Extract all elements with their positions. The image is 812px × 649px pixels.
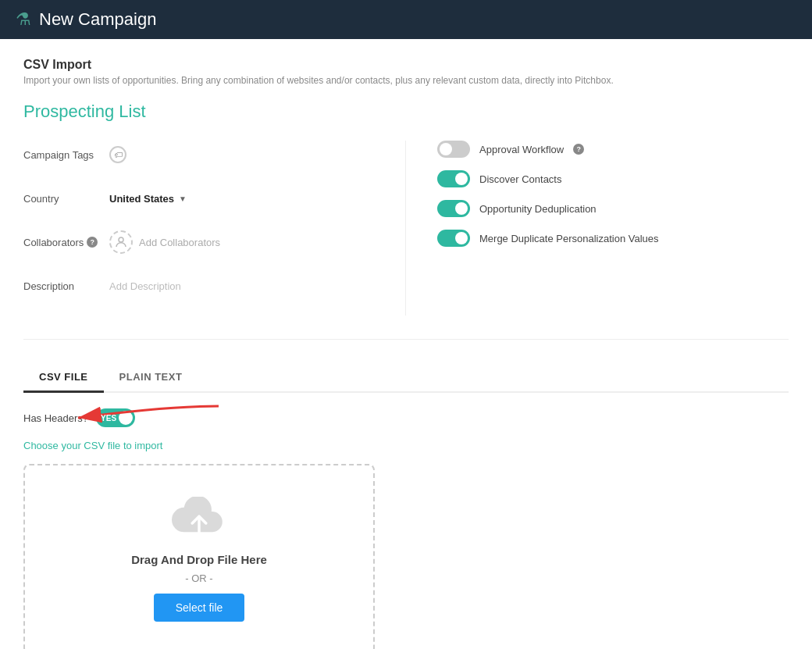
svg-point-0 xyxy=(119,237,123,242)
discover-contacts-slider xyxy=(437,170,470,187)
country-label: Country xyxy=(23,193,109,205)
cloud-upload-icon xyxy=(172,497,226,544)
merge-dup-toggle[interactable] xyxy=(437,230,470,247)
import-title: CSV Import xyxy=(23,58,789,72)
approval-workflow-info-icon[interactable]: ? xyxy=(573,144,584,155)
opportunity-dedup-toggle[interactable] xyxy=(437,200,470,217)
form-grid: Campaign Tags 🏷 Country United States ▼ … xyxy=(23,141,789,340)
drag-drop-text: Drag And Drop File Here xyxy=(41,553,358,566)
collaborator-avatar-icon xyxy=(109,230,133,254)
merge-dup-row: Merge Duplicate Personalization Values xyxy=(437,230,789,247)
discover-contacts-label: Discover Contacts xyxy=(479,173,561,185)
flask-icon: ⚗ xyxy=(16,9,31,30)
section-header: CSV Import Import your own lists of oppo… xyxy=(23,58,789,86)
tag-icon: 🏷 xyxy=(109,146,126,163)
collaborators-row: Collaborators ? Add Collaborators xyxy=(23,228,374,256)
tab-csv-file[interactable]: CSV FILE xyxy=(23,363,104,393)
form-right: Approval Workflow ? Discover Contacts Op… xyxy=(406,141,789,316)
add-collaborators-label: Add Collaborators xyxy=(139,237,220,248)
prospecting-list-title: Prospecting List xyxy=(23,102,789,122)
collaborators-info-icon[interactable]: ? xyxy=(87,237,98,248)
approval-workflow-label: Approval Workflow xyxy=(479,144,564,155)
tab-bar: CSV FILE PLAIN TEXT xyxy=(23,363,789,393)
campaign-tags-row: Campaign Tags 🏷 xyxy=(23,141,374,169)
discover-contacts-toggle[interactable] xyxy=(437,170,470,187)
country-value: United States xyxy=(109,193,174,205)
opportunity-dedup-label: Opportunity Deduplication xyxy=(479,203,597,215)
approval-workflow-toggle[interactable] xyxy=(437,141,470,158)
approval-workflow-row: Approval Workflow ? xyxy=(437,141,789,158)
add-collaborators-button[interactable]: Add Collaborators xyxy=(109,230,220,254)
choose-csv-link[interactable]: Choose your CSV file to import xyxy=(23,440,789,451)
red-arrow-annotation xyxy=(70,402,226,433)
import-description: Import your own lists of opportunities. … xyxy=(23,75,789,86)
add-description-input[interactable]: Add Description xyxy=(109,280,181,292)
merge-dup-slider xyxy=(437,230,470,247)
merge-dup-label: Merge Duplicate Personalization Values xyxy=(479,233,659,244)
country-select[interactable]: United States ▼ xyxy=(109,193,187,205)
opportunity-dedup-slider xyxy=(437,200,470,217)
discover-contacts-row: Discover Contacts xyxy=(437,170,789,187)
collaborators-label: Collaborators ? xyxy=(23,237,109,248)
page-title: New Campaign xyxy=(39,9,156,30)
chevron-down-icon: ▼ xyxy=(179,194,187,203)
description-label: Description xyxy=(23,280,109,292)
opportunity-dedup-row: Opportunity Deduplication xyxy=(437,200,789,217)
main-content: CSV Import Import your own lists of oppo… xyxy=(0,39,812,649)
campaign-tags-value[interactable]: 🏷 xyxy=(109,146,126,163)
yes-label: YES xyxy=(101,414,116,423)
top-bar: ⚗ New Campaign xyxy=(0,0,812,39)
has-headers-row: Has Headers? YES xyxy=(23,408,789,427)
drop-zone[interactable]: Drag And Drop File Here - OR - Select fi… xyxy=(23,464,375,649)
form-left: Campaign Tags 🏷 Country United States ▼ … xyxy=(23,141,406,316)
select-file-button[interactable]: Select file xyxy=(154,594,245,622)
tab-plain-text[interactable]: PLAIN TEXT xyxy=(104,363,198,393)
description-row: Description Add Description xyxy=(23,272,374,300)
country-row: Country United States ▼ xyxy=(23,184,374,212)
campaign-tags-label: Campaign Tags xyxy=(23,149,109,161)
approval-workflow-slider xyxy=(437,141,470,158)
or-text: - OR - xyxy=(41,572,358,584)
